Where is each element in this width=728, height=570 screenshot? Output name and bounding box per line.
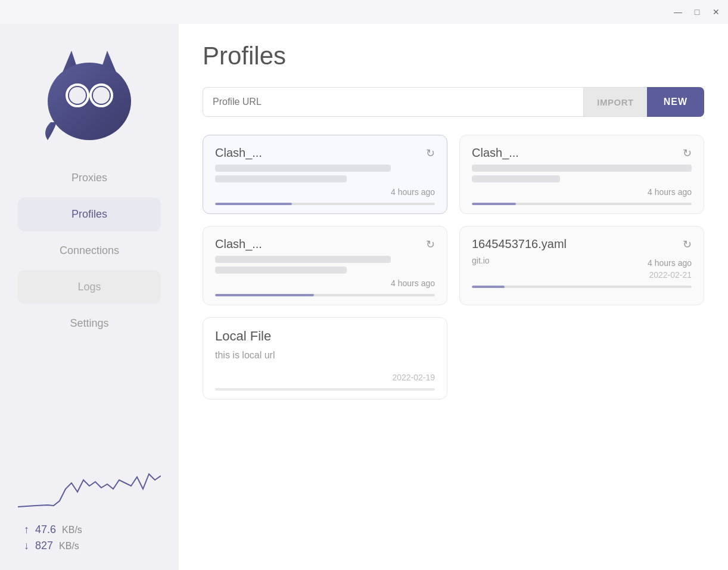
local-file-title: Local File [215,329,435,344]
card-header-2: Clash_... ↻ [472,146,692,160]
card-progress-1 [215,203,435,205]
card-header-4: 1645453716.yaml ↻ [472,237,692,251]
svg-point-4 [69,87,86,104]
local-file-date: 2022-02-19 [215,373,435,382]
titlebar: — □ ✕ [0,0,728,24]
sidebar-item-logs[interactable]: Logs [18,270,161,304]
maximize-button[interactable]: □ [692,7,702,17]
card-content-1 [215,165,435,182]
import-button[interactable]: IMPORT [583,87,646,117]
local-file-progress [215,388,435,391]
sidebar: Proxies Profiles Connections Logs Settin… [0,24,179,570]
profiles-grid: Clash_... ↻ 4 hours ago Clash_... ↻ [203,135,704,305]
progress-bar-2 [472,203,516,205]
card-meta-4: git.io 4 hours ago [472,256,692,268]
progress-bar-3 [215,294,314,296]
progress-bar-1 [215,203,292,205]
sidebar-item-connections[interactable]: Connections [18,234,161,268]
blurred-row [215,267,347,274]
download-stat: ↓ 827 KB/s [24,540,155,552]
blurred-row [472,175,560,182]
card-progress-4 [472,286,692,288]
app-logo [36,36,143,143]
blurred-row [215,165,391,172]
traffic-chart [18,471,161,519]
second-row: Local File this is local url 2022-02-19 [203,317,704,399]
sidebar-item-profiles[interactable]: Profiles [18,197,161,231]
sidebar-item-settings[interactable]: Settings [18,306,161,340]
download-arrow-icon: ↓ [24,540,29,552]
upload-stat: ↑ 47.6 KB/s [24,523,155,536]
card-timestamp-3: 4 hours ago [215,278,435,288]
card-content-2 [472,165,692,182]
card-title-1: Clash_... [215,146,262,160]
card-progress-2 [472,203,692,205]
svg-point-8 [86,107,93,111]
upload-arrow-icon: ↑ [24,523,29,536]
url-bar: IMPORT NEW [203,87,704,117]
card-content-3 [215,256,435,274]
svg-point-6 [93,87,110,104]
refresh-icon-4[interactable]: ↻ [683,238,692,251]
blurred-row [215,256,391,263]
sidebar-item-proxies[interactable]: Proxies [18,161,161,195]
close-button[interactable]: ✕ [711,7,721,17]
card-title-2: Clash_... [472,146,519,160]
refresh-icon-3[interactable]: ↻ [426,238,435,251]
card-date-4: 2022-02-21 [472,270,692,280]
card-source-4: git.io [472,256,490,268]
main-content: Profiles IMPORT NEW Clash_... ↻ 4 hours … [179,24,728,570]
card-title-3: Clash_... [215,237,262,251]
card-timestamp-2: 4 hours ago [472,187,692,197]
card-timestamp-1: 4 hours ago [215,187,435,197]
traffic-stats: ↑ 47.6 KB/s ↓ 827 KB/s [18,523,161,552]
profile-card-3[interactable]: Clash_... ↻ 4 hours ago [203,226,447,305]
refresh-icon-1[interactable]: ↻ [426,147,435,160]
refresh-icon-2[interactable]: ↻ [683,147,692,160]
profile-card-4[interactable]: 1645453716.yaml ↻ git.io 4 hours ago 202… [459,226,704,305]
profile-card-2[interactable]: Clash_... ↻ 4 hours ago [459,135,704,214]
profile-url-input[interactable] [203,87,583,117]
local-file-card[interactable]: Local File this is local url 2022-02-19 [203,317,447,399]
card-header-1: Clash_... ↻ [215,146,435,160]
svg-point-2 [48,63,131,140]
local-file-url: this is local url [215,350,435,361]
blurred-row [215,175,347,182]
blurred-row [472,165,692,172]
progress-bar-4 [472,286,505,288]
traffic-section: ↑ 47.6 KB/s ↓ 827 KB/s [12,465,167,552]
minimize-button[interactable]: — [673,7,683,17]
card-timestamp-4: 4 hours ago [648,258,692,268]
new-button[interactable]: NEW [647,87,704,117]
card-progress-3 [215,294,435,296]
page-title: Profiles [203,42,704,70]
empty-slot [459,317,704,399]
card-header-3: Clash_... ↻ [215,237,435,251]
profile-card-1[interactable]: Clash_... ↻ 4 hours ago [203,135,447,214]
card-title-4: 1645453716.yaml [472,237,567,251]
main-layout: Proxies Profiles Connections Logs Settin… [0,24,728,570]
